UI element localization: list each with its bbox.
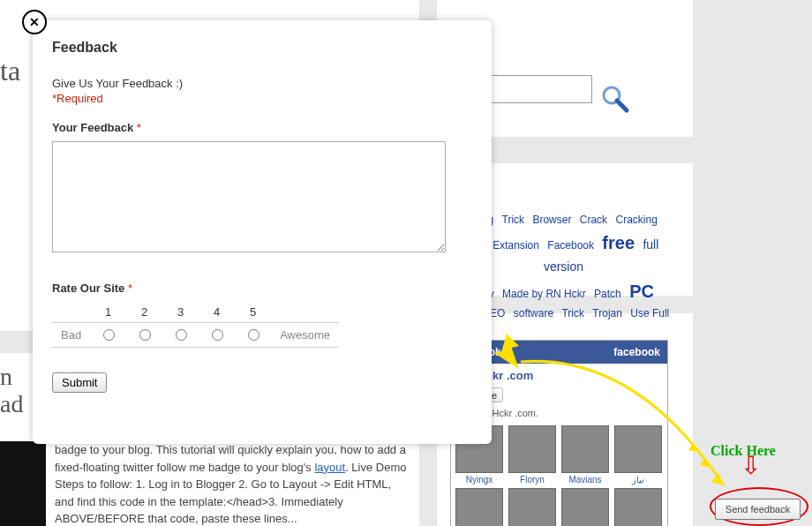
facebook-fan[interactable]: Floryn (508, 425, 557, 485)
tag-link[interactable]: Trick (502, 214, 525, 226)
search-icon[interactable] (600, 84, 630, 114)
svg-line-1 (617, 101, 627, 110)
tag-link[interactable]: free (602, 233, 635, 252)
rating-radio-1[interactable] (103, 329, 115, 341)
rating-radio-2[interactable] (139, 329, 151, 341)
rating-number: 3 (162, 302, 199, 323)
avatar (614, 488, 662, 526)
rating-number: 2 (126, 302, 162, 323)
avatar (508, 488, 556, 526)
feedback-textarea[interactable] (52, 141, 446, 252)
page-title-fragment: ta (0, 55, 20, 87)
rating-radio-4[interactable] (212, 329, 223, 341)
avatar (455, 488, 503, 526)
tag-link[interactable]: Crack (580, 214, 607, 226)
tag-link[interactable]: software (514, 307, 553, 319)
required-asterisk: * (137, 121, 141, 134)
annotation-click-here: Click Here (710, 443, 776, 459)
submit-button[interactable]: Submit (52, 372, 107, 393)
tag-link[interactable]: Cracking (615, 214, 657, 226)
avatar (561, 488, 609, 526)
article-excerpt: badge to your blog. This tutorial will q… (55, 441, 412, 526)
tag-link[interactable]: Patch (594, 288, 621, 300)
rating-radio-5[interactable] (248, 329, 259, 341)
facebook-fan[interactable]: نیاز (613, 425, 663, 485)
feedback-label: Your Feedback * (52, 121, 472, 134)
rating-number: 5 (235, 302, 271, 323)
facebook-fan[interactable]: Mavians (560, 425, 610, 485)
tag-link[interactable]: Use Full (630, 307, 669, 319)
avatar (508, 425, 556, 473)
tag-link[interactable]: PC (629, 282, 654, 301)
rating-number: 1 (90, 302, 126, 323)
page-title-fragment: nad (0, 364, 23, 418)
close-icon: ✕ (29, 15, 40, 29)
tag-link[interactable]: Trick (561, 307, 584, 319)
facebook-fan[interactable] (508, 488, 557, 526)
facebook-logo-text: facebook (613, 346, 660, 358)
required-asterisk: * (128, 282, 132, 295)
tag-link[interactable]: Trojan (592, 307, 622, 319)
rating-bad-label: Bad (52, 323, 90, 348)
layout-link[interactable]: layout (314, 461, 345, 474)
send-feedback-button[interactable]: Send feedback (715, 499, 801, 520)
facebook-fan[interactable] (455, 488, 504, 526)
required-note: *Required (52, 92, 472, 105)
rating-awesome-label: Awesome (271, 323, 339, 348)
feedback-modal: ✕ Feedback Give Us Your Feedback :) *Req… (33, 20, 492, 444)
annotation-arrow-down-icon: ⇩ (741, 459, 761, 474)
rate-label: Rate Our Site * (52, 282, 472, 295)
facebook-fan[interactable] (560, 488, 610, 526)
avatar (614, 425, 662, 473)
rating-number: 4 (199, 302, 235, 323)
rating-scale: 1 2 3 4 5 Bad Awesome (52, 302, 339, 348)
tag-link[interactable]: Made by RN Hckr (502, 288, 586, 300)
facebook-fan[interactable] (613, 488, 663, 526)
tag-link[interactable]: Extansion (492, 239, 539, 252)
sidebar-widget (0, 441, 46, 526)
modal-title: Feedback (52, 40, 472, 56)
form-description: Give Us Your Feedback :) (52, 77, 472, 90)
tag-link[interactable]: Browser (532, 214, 571, 226)
rating-radio-3[interactable] (176, 329, 187, 341)
avatar (561, 425, 609, 473)
tag-link[interactable]: Facebook (547, 239, 594, 252)
close-button[interactable]: ✕ (22, 10, 47, 34)
